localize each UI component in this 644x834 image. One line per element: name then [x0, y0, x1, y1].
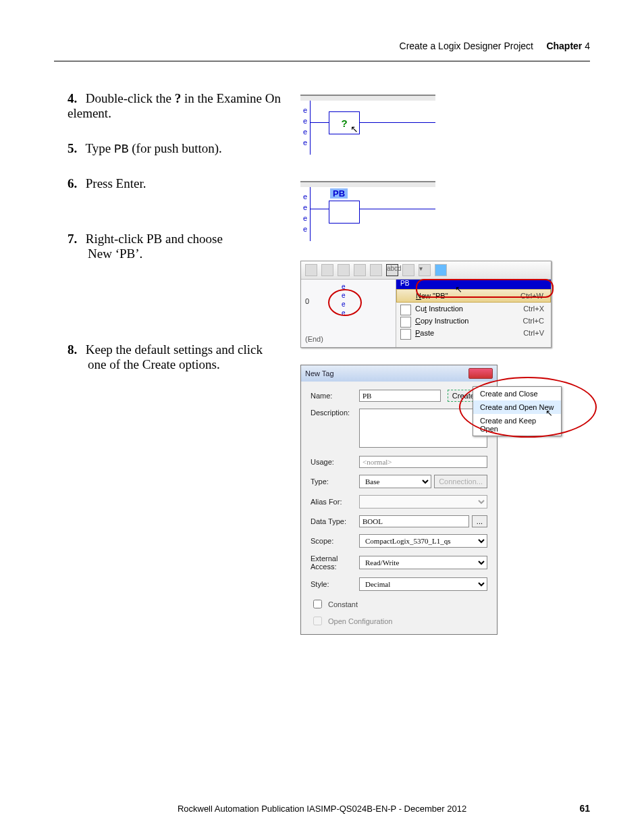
- label-scope: Scope:: [311, 537, 359, 545]
- menu-item-paste[interactable]: Paste Ctrl+V: [396, 327, 551, 339]
- dialog-title: New Tag: [305, 369, 334, 377]
- paste-icon: [400, 329, 411, 340]
- rung-end: (End): [305, 335, 323, 343]
- question-mark-icon: ?: [341, 118, 347, 129]
- scope-select[interactable]: CompactLogix_5370_L1_qs: [359, 534, 487, 548]
- callout-circle-icon: [459, 377, 597, 438]
- edit-markers: eeee: [300, 101, 310, 155]
- page-number: 61: [579, 803, 590, 814]
- toolbar-icon[interactable]: [354, 264, 366, 276]
- copy-icon: [400, 317, 411, 328]
- edit-markers: eeee: [300, 187, 310, 241]
- scissors-icon: [400, 305, 411, 315]
- steps-list: 4. Double-click the ? in the Examine On …: [68, 91, 284, 392]
- running-header: Create a Logix Designer Project Chapter …: [400, 41, 590, 51]
- ladder-toolbar: abcd ▾: [301, 261, 551, 280]
- menu-item-cut[interactable]: Cut Instruction Ctrl+X: [396, 303, 551, 315]
- connection-button: Connection...: [434, 475, 487, 488]
- label-usage: Usage:: [311, 458, 359, 466]
- label-extaccess: ExternalAccess:: [311, 554, 359, 571]
- callout-circle-icon: [328, 289, 362, 316]
- figure-rung-pb: eeee PB: [300, 181, 435, 241]
- step-4: 4. Double-click the ? in the Examine On …: [68, 91, 284, 121]
- chapter-number: 4: [585, 41, 590, 51]
- examine-on-element[interactable]: [329, 201, 360, 224]
- label-type: Type:: [311, 477, 359, 486]
- datatype-browse-button[interactable]: ...: [472, 515, 487, 527]
- usage-field: [359, 456, 487, 468]
- openconfig-checkbox[interactable]: Open Configuration: [311, 615, 487, 627]
- tag-label[interactable]: PB: [330, 188, 348, 199]
- publication-footer: Rockwell Automation Publication IASIMP-Q…: [0, 804, 644, 814]
- dialog-titlebar[interactable]: New Tag: [301, 365, 497, 382]
- breadcrumb: Create a Logix Designer Project: [400, 41, 533, 51]
- label-style: Style:: [311, 580, 359, 588]
- toolbar-icon[interactable]: abcd: [386, 264, 398, 276]
- label-alias: Alias For:: [311, 498, 359, 506]
- cursor-icon: ↖: [455, 284, 462, 294]
- step-5: 5. Type PB (for push button).: [68, 141, 284, 156]
- extaccess-select[interactable]: Read/Write: [359, 556, 487, 569]
- toolbar-icon[interactable]: [321, 264, 333, 276]
- toolbar-icon[interactable]: [370, 264, 382, 276]
- label-name: Name:: [311, 392, 359, 400]
- figure-rung-question: eeee ? ↖: [300, 95, 435, 155]
- callout-circle-icon: [416, 279, 554, 298]
- toolbar-icon[interactable]: [402, 264, 414, 276]
- step-7: 7. Right-click PB and choose New ‘PB’.: [68, 232, 284, 261]
- rung-number: 0: [305, 297, 309, 305]
- header-rule: [54, 61, 590, 61]
- cursor-icon: ↖: [350, 124, 358, 135]
- constant-checkbox[interactable]: Constant: [311, 598, 487, 610]
- cursor-icon: ↖: [545, 408, 553, 419]
- step-8: 8. Keep the default settings and click o…: [68, 342, 284, 372]
- toolbar-icon[interactable]: [305, 264, 317, 276]
- figure-context-menu: abcd ▾ eeee 0 (End) PB New "PB" Ctrl+W C…: [300, 261, 552, 348]
- step-6: 6. Press Enter.: [68, 176, 284, 191]
- menu-item-copy[interactable]: Copy Instruction Ctrl+C: [396, 315, 551, 327]
- toolbar-icon[interactable]: [338, 264, 350, 276]
- chapter-label: Chapter: [546, 41, 582, 51]
- style-select[interactable]: Decimal: [359, 577, 487, 591]
- datatype-field[interactable]: [359, 515, 469, 527]
- label-description: Description:: [311, 409, 359, 417]
- toolbar-icon[interactable]: [435, 264, 447, 276]
- toolbar-dropdown-icon[interactable]: ▾: [419, 264, 431, 276]
- close-icon[interactable]: [468, 368, 493, 379]
- label-datatype: Data Type:: [311, 517, 359, 525]
- alias-select: [359, 495, 487, 509]
- name-field[interactable]: [359, 390, 441, 402]
- type-select[interactable]: Base: [359, 475, 431, 488]
